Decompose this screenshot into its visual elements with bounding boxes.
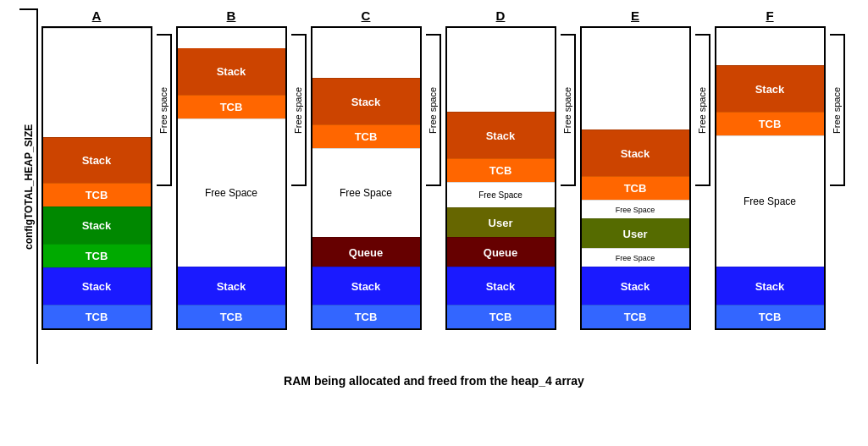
col-B-header: B (227, 8, 236, 23)
col-C-header: C (362, 8, 371, 23)
col-A-box: TCB Stack TCB Stack TCB Stack (41, 26, 152, 330)
col-D-box: TCB Stack Queue User Free Space TCB Stac… (445, 26, 556, 330)
col-B: B TCB Stack Free Space TCB Stack (176, 8, 287, 330)
col-group-A: A TCB Stack TCB Stack TCB Stack Free spa… (41, 8, 176, 364)
seg-stack-blue-B: Stack (178, 267, 285, 305)
col-E: E TCB Stack Free Space User Free Space T… (580, 8, 691, 330)
seg-stack-blue-C: Stack (312, 267, 420, 305)
free-space-bracket-F: Free space (826, 27, 849, 186)
col-group-F: F TCB Stack Free Space TCB Stack Free sp… (715, 8, 849, 364)
col-F-header: F (766, 8, 773, 23)
seg-tcb-blue-F: TCB (716, 305, 824, 328)
col-B-box: TCB Stack Free Space TCB Stack (176, 26, 287, 330)
col-D: D TCB Stack Queue User Free Space TCB St… (445, 8, 556, 330)
seg-stack-blue-E: Stack (582, 267, 689, 305)
free-space-bracket-B: Free space (287, 27, 311, 186)
col-F: F TCB Stack Free Space TCB Stack (715, 8, 826, 330)
seg-tcb-orange-D: TCB (447, 158, 555, 182)
seg-tcb-orange-B: TCB (178, 95, 285, 118)
col-C-box: TCB Stack Queue Free Space TCB Stack (311, 26, 422, 330)
caption: RAM being allocated and freed from the h… (284, 374, 584, 388)
seg-free-E-bottom: Free Space (582, 248, 689, 267)
seg-stack-orange-C: Stack (312, 78, 420, 124)
seg-stack-green-1: Stack (43, 206, 151, 245)
seg-queue-C: Queue (312, 237, 420, 267)
seg-user-E: User (582, 218, 689, 248)
seg-free-E-top: Free Space (582, 200, 689, 218)
col-A-header: A (92, 8, 102, 23)
seg-tcb-green-1: TCB (43, 244, 151, 267)
seg-free-F: Free Space (716, 135, 824, 267)
free-space-text-C: Free space (426, 34, 441, 186)
columns-area: A TCB Stack TCB Stack TCB Stack Free spa… (41, 8, 849, 364)
col-group-E: E TCB Stack Free Space User Free Space T… (580, 8, 715, 364)
free-space-text-B: Free space (291, 34, 307, 186)
seg-tcb-orange-C: TCB (312, 124, 420, 148)
seg-free-C: Free Space (312, 148, 420, 237)
seg-tcb-blue-B: TCB (178, 305, 285, 328)
seg-stack-orange-E: Stack (582, 129, 689, 176)
seg-stack-blue-F: Stack (716, 267, 824, 305)
seg-free-B: Free Space (178, 118, 285, 267)
col-E-box: TCB Stack Free Space User Free Space TCB… (580, 26, 691, 330)
seg-tcb-blue-D: TCB (447, 305, 555, 328)
col-group-C: C TCB Stack Queue Free Space TCB Stack F… (311, 8, 445, 364)
col-F-box: TCB Stack Free Space TCB Stack (715, 26, 826, 330)
seg-stack-orange-D: Stack (447, 112, 555, 158)
seg-free-A (43, 28, 151, 137)
seg-stack-blue-D: Stack (447, 267, 555, 305)
seg-stack-orange-F: Stack (716, 65, 824, 112)
free-space-text-A: Free space (157, 34, 172, 186)
free-space-bracket-D: Free space (556, 27, 580, 186)
free-space-text-E: Free space (695, 34, 710, 186)
free-space-bracket-E: Free space (691, 27, 715, 186)
col-group-D: D TCB Stack Queue User Free Space TCB St… (445, 8, 580, 364)
free-space-bracket-A: Free space (152, 27, 176, 186)
seg-tcb-orange-E: TCB (582, 176, 689, 200)
col-D-header: D (496, 8, 506, 23)
main-diagram: configTOTAL_HEAP_SIZE A TCB Stack TCB St… (19, 8, 849, 364)
seg-stack-blue-1: Stack (43, 267, 151, 306)
seg-tcb-blue-1: TCB (43, 305, 151, 328)
free-space-text-F: Free space (830, 34, 845, 186)
col-group-B: B TCB Stack Free Space TCB Stack Free sp… (176, 8, 311, 364)
col-A: A TCB Stack TCB Stack TCB Stack (41, 8, 152, 330)
free-space-text-D: Free space (561, 34, 576, 186)
seg-tcb-blue-C: TCB (312, 305, 420, 328)
seg-tcb-orange-F: TCB (716, 112, 824, 135)
free-space-bracket-C: Free space (422, 27, 445, 186)
seg-free-D: Free Space (447, 182, 555, 207)
seg-stack-orange-B: Stack (178, 48, 285, 95)
seg-tcb-blue-E: TCB (582, 305, 689, 328)
seg-queue-D: Queue (447, 237, 555, 267)
col-C: C TCB Stack Queue Free Space TCB Stack (311, 8, 422, 330)
col-E-header: E (631, 8, 639, 23)
seg-stack-orange-1: Stack (43, 137, 151, 183)
seg-tcb-orange-1: TCB (43, 183, 151, 206)
seg-user-D: User (447, 207, 555, 237)
y-axis-label: configTOTAL_HEAP_SIZE (19, 8, 38, 364)
